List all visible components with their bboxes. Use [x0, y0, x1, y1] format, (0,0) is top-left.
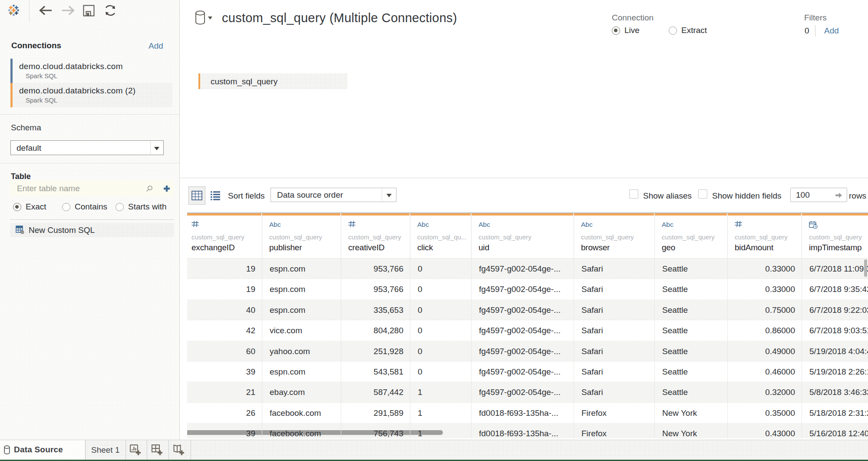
column-table-name: custom_sql_query [735, 233, 788, 241]
grid-view-icon [191, 191, 202, 200]
column-accent-bar [262, 213, 340, 216]
new-story-button[interactable] [169, 440, 191, 460]
datasource-caret-icon[interactable] [208, 17, 212, 20]
number-type-icon [735, 221, 742, 229]
column-header-impTimestamp[interactable]: custom_sql_queryimpTimestamp [802, 213, 868, 259]
table-row[interactable]: 42vice.com804,2800fg4597-g002-054ge-...S… [187, 320, 868, 341]
table-row[interactable]: 39facebook.com756,7431fd0018-f693-135ha-… [187, 423, 868, 438]
new-worksheet-button[interactable] [126, 440, 147, 460]
column-header-publisher[interactable]: Abccustom_sql_querypublisher [262, 213, 341, 259]
table-search-input[interactable]: Enter table name [10, 180, 174, 196]
radio-icon[interactable] [669, 27, 677, 35]
table-row[interactable]: 39espn.com543,5810fg4597-g002-054ge-...S… [187, 362, 868, 382]
connections-header: Connections [11, 41, 61, 50]
cell-click: 0 [410, 300, 472, 320]
radio-icon[interactable] [612, 27, 620, 35]
connection-mode-extract[interactable]: Extract [669, 26, 707, 35]
vertical-scrollbar[interactable] [864, 259, 867, 277]
cell-geo: Seattle [655, 320, 728, 341]
cell-impTimestamp: 6/7/2018 11:09:36 PM [802, 259, 868, 279]
sort-fields-label: Sort fields [228, 191, 264, 201]
table-row[interactable]: 40espn.com335,6530fg4597-g002-054ge-...S… [187, 300, 868, 320]
table-row[interactable]: 21ebay.com587,4421fg4597-g002-054ge-...S… [187, 382, 868, 402]
connection-accent-bar [10, 83, 13, 107]
cell-impTimestamp: 5/18/2018 2:31:23 PM [802, 403, 868, 423]
list-view-button[interactable] [211, 191, 220, 201]
add-table-icon[interactable] [163, 185, 170, 192]
column-header-bidAmount[interactable]: custom_sql_querybidAmount [728, 213, 802, 259]
cell-impTimestamp: 5/8/2018 3:46:33 PM [802, 382, 868, 402]
column-table-name: custom_sql_query [479, 233, 531, 241]
cell-creativeID: 291,589 [341, 403, 410, 423]
connection-mode-live[interactable]: Live [612, 26, 640, 35]
chevron-down-icon [386, 194, 392, 197]
rows-count-value: 100 [796, 190, 810, 200]
cell-publisher: espn.com [262, 259, 341, 279]
radio-icon[interactable] [62, 203, 70, 211]
refresh-icon[interactable] [104, 4, 117, 17]
cell-publisher: facebook.com [262, 423, 341, 438]
column-table-name: custom_sql_query [809, 233, 862, 241]
column-accent-bar [341, 213, 409, 216]
canvas-table-chip[interactable]: custom_sql_query [198, 73, 347, 89]
column-header-geo[interactable]: Abccustom_sql_querygeo [655, 213, 728, 259]
sort-order-select[interactable]: Data source order [271, 188, 396, 202]
rows-count-input[interactable]: 100 [790, 188, 847, 202]
column-table-name: custom_sql_qu... [417, 233, 466, 241]
cell-bidAmount: 0.33000 [728, 279, 802, 299]
show-hidden-fields-checkbox[interactable] [698, 189, 707, 199]
show-aliases-checkbox[interactable] [629, 189, 638, 199]
radio-icon[interactable] [13, 203, 21, 211]
schema-select[interactable]: default [10, 140, 164, 155]
redo-icon[interactable] [60, 5, 76, 16]
table-row[interactable]: 60yahoo.com251,9280fg4597-g002-054ge-...… [187, 341, 868, 362]
undo-icon[interactable] [38, 5, 53, 16]
string-type-icon: Abc [269, 221, 281, 229]
match-option-contains[interactable]: Contains [62, 202, 107, 212]
cell-exchangeID: 21 [187, 382, 262, 402]
chip-label: custom_sql_query [211, 77, 277, 86]
match-option-exact[interactable]: Exact [13, 202, 46, 212]
filters-add-link[interactable]: Add [824, 26, 839, 36]
connection-item-1[interactable]: demo.cloud.databricks.comSpark SQL [10, 59, 172, 83]
column-table-name: custom_sql_query [348, 233, 401, 241]
column-header-browser[interactable]: Abccustom_sql_querybrowser [574, 213, 655, 259]
save-icon[interactable] [83, 5, 95, 17]
string-type-icon: Abc [417, 221, 429, 229]
cell-publisher: espn.com [262, 279, 341, 299]
new-custom-sql-button[interactable]: New Custom SQL [10, 223, 174, 237]
number-type-icon [191, 221, 199, 229]
cell-click: 0 [410, 362, 472, 382]
tab-sheet-1[interactable]: Sheet 1 [86, 440, 126, 460]
column-header-creativeID[interactable]: custom_sql_querycreativeID [341, 213, 410, 259]
column-header-exchangeID[interactable]: custom_sql_queryexchangeID [187, 213, 262, 259]
apply-rows-icon[interactable] [835, 192, 843, 199]
table-search-placeholder: Enter table name [17, 184, 80, 193]
cell-browser: Safari [574, 300, 655, 320]
table-row[interactable]: 19espn.com953,7660fg4597-g002-054ge-...S… [187, 259, 868, 279]
connection-item-2[interactable]: demo.cloud.databricks.com (2)Spark SQL [10, 83, 172, 107]
datasource-db-icon[interactable] [195, 10, 205, 25]
grid-view-button[interactable] [188, 186, 205, 205]
column-header-click[interactable]: Abccustom_sql_qu...click [410, 213, 472, 259]
chip-accent-bar [198, 73, 200, 89]
cell-uid: fg4597-g002-054ge-... [472, 362, 574, 382]
radio-label: Extract [681, 26, 707, 35]
table-row[interactable]: 26facebook.com291,5891fd0018-f693-135ha-… [187, 403, 868, 423]
cell-browser: Safari [574, 382, 655, 402]
table-row[interactable]: 19espn.com953,7660fg4597-g002-054ge-...S… [187, 279, 868, 299]
select-separator [150, 141, 151, 154]
cell-creativeID: 543,581 [341, 362, 410, 382]
cell-geo: New York [655, 423, 728, 438]
column-header-uid[interactable]: Abccustom_sql_queryuid [472, 213, 574, 259]
cell-exchangeID: 26 [187, 403, 262, 423]
datasource-title[interactable]: custom_sql_query (Multiple Connections) [222, 11, 457, 25]
column-table-name: custom_sql_query [269, 233, 322, 241]
new-dashboard-button[interactable] [147, 440, 169, 460]
column-accent-bar [472, 213, 573, 216]
add-connection-link[interactable]: Add [149, 41, 163, 51]
tab-data-source[interactable]: Data Source [0, 440, 86, 460]
radio-icon[interactable] [116, 203, 124, 211]
cell-bidAmount: 0.43000 [728, 423, 802, 438]
match-option-starts-with[interactable]: Starts with [116, 202, 167, 212]
